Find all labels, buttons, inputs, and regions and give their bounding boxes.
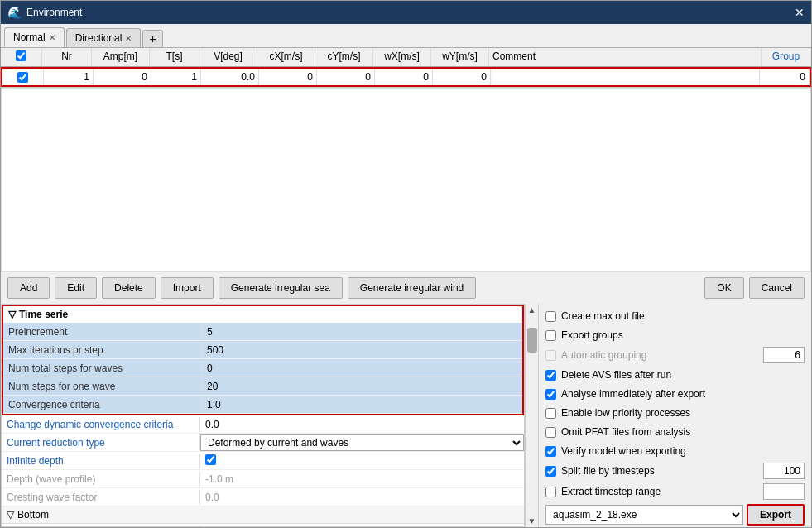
prop-current-reduction: Current reduction type Deformed by curre… [2, 434, 524, 452]
cell-comment [491, 69, 760, 85]
prop-change-dynamic-value[interactable]: 0.0 [200, 417, 524, 432]
tab-add-button[interactable]: + [142, 30, 162, 47]
title-bar: 🌊 Environment ✕ [1, 1, 811, 24]
prop-cresting-wave: Cresting wave factor 0.0 [2, 488, 524, 506]
prop-infinite-depth: Infinite depth [2, 452, 524, 470]
split-file-checkbox[interactable] [545, 466, 556, 477]
infinite-depth-checkbox[interactable] [205, 454, 216, 465]
prop-num-total-steps: Num total steps for waves 0 [3, 359, 522, 377]
table-row: 1 0 1 0.0 0 0 0 0 0 [1, 67, 811, 87]
prop-cresting-wave-value: 0.0 [200, 490, 524, 505]
prop-current-reduction-control: Deformed by current and waves [200, 434, 524, 451]
buttons-row: Add Edit Delete Import Generate irregula… [1, 272, 811, 304]
generate-irregular-sea-button[interactable]: Generate irregular sea [219, 277, 343, 299]
delete-avs-label: Delete AVS files after run [561, 369, 671, 381]
omit-pfat-checkbox[interactable] [545, 427, 556, 438]
export-groups-row: Export groups [545, 328, 805, 343]
tab-normal-close[interactable]: ✕ [49, 33, 55, 42]
app-icon: 🌊 [7, 6, 22, 19]
automatic-grouping-checkbox[interactable] [545, 350, 556, 361]
tab-normal[interactable]: Normal ✕ [4, 27, 65, 47]
time-serie-label: Time serie [19, 309, 68, 320]
current-reduction-select[interactable]: Deformed by current and waves [200, 434, 524, 451]
prop-max-iterations-label: Max iterations pr step [3, 343, 202, 358]
header-group: Group [762, 48, 811, 66]
ok-button[interactable]: OK [704, 277, 743, 299]
scroll-down-arrow[interactable]: ▼ [528, 516, 536, 526]
window-title: Environment [26, 7, 82, 18]
prop-current-reduction-label: Current reduction type [2, 435, 200, 450]
scroll-thumb[interactable] [527, 328, 537, 353]
export-row: aquasim_2_18.exe Export [545, 504, 805, 526]
analyse-immediately-row: Analyse immediately after export [545, 386, 805, 401]
create-max-out-label: Create max out file [561, 310, 645, 322]
tab-normal-label: Normal [13, 31, 46, 43]
omit-pfat-label: Omit PFAT files from analysis [561, 426, 690, 438]
close-button[interactable]: ✕ [795, 6, 805, 19]
header-amp: Amp[m] [92, 48, 150, 66]
prop-convergence: Convergence criteria 1.0 [3, 396, 522, 414]
split-file-checkbox-row: Split file by timesteps [545, 463, 763, 478]
tab-directional-label: Directional [75, 32, 123, 44]
table-header: Nr Amp[m] T[s] V[deg] cX[m/s] cY[m/s] wX… [1, 48, 811, 67]
cell-amp: 0 [94, 69, 151, 85]
delete-avs-checkbox[interactable] [545, 370, 556, 381]
bottom-collapse-icon[interactable]: ▽ [7, 509, 14, 521]
bottom-section-label: Bottom [17, 509, 49, 521]
add-button[interactable]: Add [7, 277, 50, 299]
header-t: T[s] [150, 48, 199, 66]
extract-timestep-row: Extract timestep range [545, 483, 805, 500]
header-wy: wY[m/s] [431, 48, 489, 66]
main-window: 🌊 Environment ✕ Normal ✕ Directional ✕ + [0, 0, 812, 528]
create-max-out-checkbox[interactable] [545, 311, 556, 322]
row-checkbox[interactable] [17, 72, 28, 83]
tab-bar: Normal ✕ Directional ✕ + [1, 24, 811, 48]
delete-button[interactable]: Delete [102, 277, 156, 299]
split-file-row: Split file by timesteps [545, 463, 805, 479]
enable-low-priority-checkbox[interactable] [545, 408, 556, 419]
header-cy: cY[m/s] [315, 48, 373, 66]
split-file-input[interactable] [763, 463, 805, 479]
verify-model-row: Verify model when exporting [545, 444, 805, 458]
prop-infinite-depth-label: Infinite depth [2, 454, 200, 468]
tab-directional[interactable]: Directional ✕ [66, 28, 142, 47]
cell-check[interactable] [2, 69, 44, 85]
automatic-grouping-checkbox-row: Automatic grouping [545, 348, 763, 362]
cell-wx: 0 [375, 69, 433, 85]
edit-button[interactable]: Edit [55, 277, 97, 299]
tab-directional-close[interactable]: ✕ [125, 34, 132, 43]
import-button[interactable]: Import [161, 277, 214, 299]
header-v: V[deg] [199, 48, 257, 66]
prop-bottom-contact: Bottom contact [2, 524, 524, 527]
generate-irregular-wind-button[interactable]: Generate irregular wind [348, 277, 476, 299]
prop-num-total-steps-value[interactable]: 0 [202, 361, 522, 376]
cancel-button[interactable]: Cancel [749, 277, 805, 299]
automatic-grouping-input[interactable] [763, 347, 805, 363]
extract-timestep-input[interactable] [763, 483, 805, 500]
prop-convergence-value[interactable]: 1.0 [202, 397, 522, 412]
verify-model-checkbox[interactable] [545, 446, 556, 457]
analyse-immediately-checkbox[interactable] [545, 389, 556, 400]
prop-num-steps-one-wave-value[interactable]: 20 [202, 379, 522, 394]
export-exe-select[interactable]: aquasim_2_18.exe [545, 505, 743, 525]
prop-infinite-depth-value[interactable] [200, 453, 524, 469]
header-checkbox[interactable] [16, 50, 26, 61]
collapse-icon[interactable]: ▽ [8, 309, 16, 320]
create-max-out-row: Create max out file [545, 309, 805, 324]
header-cx: cX[m/s] [257, 48, 315, 66]
prop-bottom-contact-value[interactable] [200, 525, 524, 528]
prop-max-iterations: Max iterations pr step 500 [3, 341, 522, 359]
enable-low-priority-label: Enable low priority processes [561, 407, 690, 419]
scroll-up-arrow[interactable]: ▲ [528, 305, 536, 314]
header-check [1, 48, 42, 66]
export-groups-checkbox[interactable] [545, 330, 556, 341]
prop-preincrement-value[interactable]: 5 [202, 324, 522, 339]
extract-timestep-checkbox[interactable] [545, 487, 556, 497]
extract-timestep-label: Extract timestep range [561, 486, 661, 497]
omit-pfat-row: Omit PFAT files from analysis [545, 425, 805, 439]
prop-max-iterations-value[interactable]: 500 [202, 343, 522, 358]
bottom-contact-checkbox[interactable] [205, 526, 216, 528]
scrollbar[interactable]: ▲ ▼ [525, 304, 538, 527]
export-button[interactable]: Export [747, 504, 805, 526]
empty-table-area [1, 88, 811, 272]
